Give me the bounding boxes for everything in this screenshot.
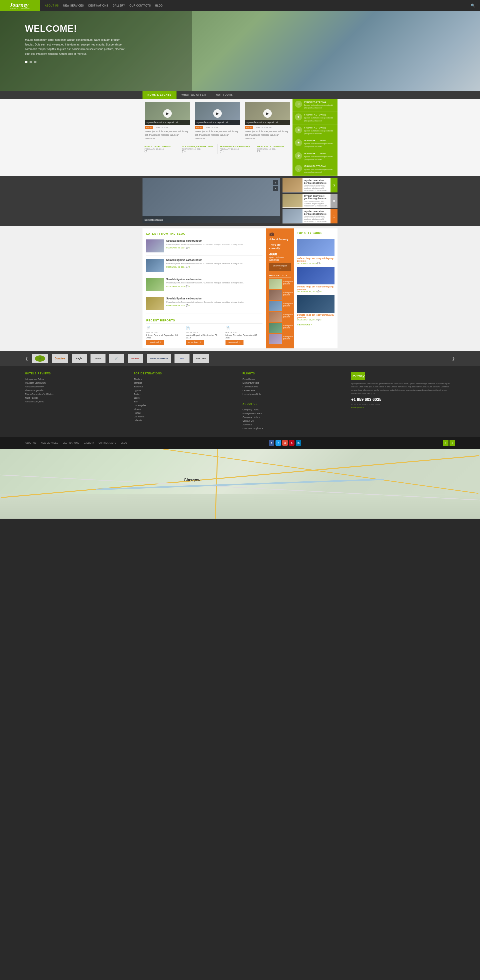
sidebar-green-item-6[interactable]: ☌ IPSUM FACTORIAL Epsum factorial non de…: [292, 163, 338, 176]
sidebar-green-item-1[interactable]: ⚐ IPSUM FACTORIAL Epsum factorial non de…: [292, 99, 338, 111]
footer-dest-link-8[interactable]: Los Angeles: [134, 404, 238, 407]
gallery-item-5[interactable]: Atinlayarqu provisio ★★★★★: [269, 323, 291, 332]
report-date-2: Nov 14, 2013: [186, 331, 223, 333]
destination-item-1[interactable]: Olypian quarrels et gorilla congolium si…: [282, 178, 338, 192]
footer-flight-link-5[interactable]: Lorem Ipsum Dolor: [242, 393, 346, 395]
download-button-2[interactable]: Download ⇓: [186, 340, 204, 345]
destination-main-image[interactable]: Destination feature + −: [142, 178, 280, 223]
footer-dest-link-5[interactable]: Turkey: [134, 393, 238, 395]
blog-post-title-3[interactable]: Souvlaki ignitus carborundum: [166, 278, 244, 281]
tab-what-we-offer[interactable]: WHAT WE OFFER: [177, 91, 211, 99]
gallery-item-1[interactable]: Atinlayarqu provisio ★★★★★: [269, 279, 291, 289]
blog-post-title-2[interactable]: Souvlaki ignitus carborundum: [166, 259, 244, 261]
footer-hotel-link-4[interactable]: Vivamus Eget Nibh: [25, 389, 129, 391]
footer-bottom-destinations[interactable]: DESTINATIONS: [63, 442, 79, 444]
city-guide-item-2[interactable]: Defacto lingo est ispay atinlayarqu prov…: [297, 267, 335, 293]
partners-next-arrow[interactable]: ❯: [452, 356, 455, 361]
facebook-icon[interactable]: f: [269, 440, 274, 445]
footer-flight-link-4[interactable]: Laoreet Ante: [242, 389, 346, 391]
city-guide-item-3[interactable]: Defacto lingo est ispay atinlayarqu prov…: [297, 295, 335, 321]
tab-hot-tours[interactable]: HOT TOURS: [211, 91, 238, 99]
gallery-item-3[interactable]: Atinlayarqu provisio ★★★★★: [269, 301, 291, 311]
sidebar-green-item-2[interactable]: ✈ IPSUM FACTORIAL Epsum factorial non de…: [292, 111, 338, 124]
footer-hotel-link-3[interactable]: Aenean Nonummy: [25, 385, 129, 388]
footer-about-link-1[interactable]: Company Profile: [242, 408, 346, 411]
bottom-link-2[interactable]: SOCIIS ATOQUE PENATIBUS... FEBRUARY 10, …: [180, 144, 217, 154]
footer-dest-link-6[interactable]: Zabre: [134, 397, 238, 399]
download-button-1[interactable]: Download ⇓: [146, 340, 164, 345]
footer-bottom-new-services[interactable]: NEW SERVICES: [41, 442, 58, 444]
partners-prev-arrow[interactable]: ❮: [25, 356, 28, 361]
nav-item-contacts[interactable]: OUR CONTACTS: [129, 4, 151, 7]
sidebar-green-item-5[interactable]: ⚙ IPSUM FACTORIAL Epsum factorial non de…: [292, 150, 338, 163]
nav-item-destinations[interactable]: DESTINATIONS: [88, 4, 108, 7]
footer-dest-link-7[interactable]: Bali: [134, 400, 238, 403]
pinterest-icon[interactable]: p: [289, 440, 295, 445]
bottom-link-1[interactable]: FUSCE USCIPIT VARIUS... FEBRUARY 10, 201…: [142, 144, 180, 154]
tab-news-events[interactable]: NEWS & EVENTS: [142, 91, 177, 99]
view-more-link[interactable]: VIEW MORE »: [297, 323, 335, 326]
play-button-2[interactable]: ▶: [213, 109, 222, 118]
footer-bottom-blog[interactable]: BLOG: [121, 442, 127, 444]
footer-hotel-link-6[interactable]: Nulla Facilisi: [25, 397, 129, 399]
dest-zoom-in[interactable]: +: [273, 180, 278, 185]
footer-about-link-5[interactable]: Advertise: [242, 423, 346, 426]
footer-about-link-2[interactable]: Management Team: [242, 412, 346, 415]
footer-dest-link-4[interactable]: Cyprus: [134, 389, 238, 391]
search-jobs-button[interactable]: Search all jobs →: [269, 263, 291, 271]
sidebar-green-item-3[interactable]: ☸ IPSUM FACTORIAL Epsum factorial non de…: [292, 124, 338, 137]
footer-dest-link-2[interactable]: Jamaica: [134, 382, 238, 384]
gallery-item-2[interactable]: Atinlayarqu provisio ★★★★★: [269, 290, 291, 300]
nav-item-blog[interactable]: BLOG: [155, 4, 163, 7]
footer-dest-link-10[interactable]: Hawaii: [134, 412, 238, 414]
footer-about-link-4[interactable]: Contact Us: [242, 420, 346, 422]
nav-item-gallery[interactable]: GALLERY: [113, 4, 125, 7]
video-thumb-2[interactable]: ▶ Epsum factorial non deposit quid...: [195, 102, 240, 125]
twitter-icon[interactable]: t: [276, 440, 281, 445]
linkedin-icon[interactable]: in: [296, 440, 301, 445]
blog-post-title-4[interactable]: Souvlaki ignitus carborundum: [166, 297, 244, 300]
footer-dest-link-1[interactable]: Thailand: [134, 378, 238, 380]
destination-item-2[interactable]: Olypian quarrels et gorilla congolium si…: [282, 194, 338, 208]
footer-dest-link-9[interactable]: Mexico: [134, 408, 238, 410]
footer-about-link-3[interactable]: Company History: [242, 416, 346, 418]
footer-dest-link-12[interactable]: Orlando: [134, 419, 238, 422]
footer-hotel-link-5[interactable]: Etiam Cursus Leo Vel Metus: [25, 393, 129, 395]
scroll-down-button[interactable]: ⇩: [450, 440, 455, 445]
video-thumb-3[interactable]: ▶ Epsum factorial non deposit quid...: [245, 102, 290, 125]
nav-item-about[interactable]: ABOUT US: [45, 4, 59, 7]
footer-dest-link-11[interactable]: Car Nicoar: [134, 415, 238, 418]
footer-bottom-about[interactable]: ABOUT US: [25, 442, 37, 444]
footer-hotel-link-2[interactable]: Praesent Vestibulum: [25, 382, 129, 384]
video-thumb-1[interactable]: ▶ Epsum factorial non deposit quid...: [145, 102, 190, 125]
gallery-item-4[interactable]: Atinlayarqu provisio ★★★★: [269, 312, 291, 322]
footer-privacy-link[interactable]: Privacy Policy: [351, 406, 364, 409]
footer-dest-link-3[interactable]: Bahamas: [134, 385, 238, 388]
city-guide-item-1[interactable]: Defacto lingo est ispay atinlayarqu prov…: [297, 239, 335, 264]
footer-flight-link-2[interactable]: Elementum Velit: [242, 382, 346, 384]
logo-area[interactable]: Journey TRAVEL GUIDE: [0, 0, 40, 11]
sidebar-green-item-4[interactable]: ☀ IPSUM FACTORIAL Epsum factorial non de…: [292, 137, 338, 150]
dest-zoom-out[interactable]: −: [273, 186, 278, 191]
bottom-link-4[interactable]: NASC IDICULUS MUSDUL... FEBRUARY 10, 201…: [255, 144, 292, 154]
googleplus-icon[interactable]: g: [282, 440, 288, 445]
play-button-1[interactable]: ▶: [163, 109, 172, 118]
footer-flight-link-1[interactable]: Proin Dictum: [242, 378, 346, 380]
download-button-3[interactable]: Download ⇓: [225, 340, 244, 345]
gallery-item-6[interactable]: Atinlayarqu provisio ★★★★★: [269, 334, 291, 344]
scroll-up-button[interactable]: ⇧: [443, 440, 448, 445]
footer-about-link-6[interactable]: Ethics & Compliance: [242, 427, 346, 430]
blog-jobs-section: LATEST FROM THE BLOG Souvlaki ignitus ca…: [0, 226, 480, 351]
nav-item-new-services[interactable]: NEW SERVICES: [63, 4, 84, 7]
destination-item-3[interactable]: Olypian quarrels et gorilla congolium si…: [282, 209, 338, 223]
footer-hotel-link-1[interactable]: Arteripaeum Prleta: [25, 378, 129, 380]
footer-bottom-contacts[interactable]: OUR CONTACTS: [99, 442, 116, 444]
footer-flight-link-3[interactable]: Fusce Euismod: [242, 385, 346, 388]
play-button-3[interactable]: ▶: [263, 109, 272, 118]
bottom-link-3[interactable]: PENATIBUS ET MAGNIS DIS... FEBRUARY 10, …: [218, 144, 255, 154]
footer-bottom-gallery[interactable]: GALLERY: [84, 442, 94, 444]
search-icon[interactable]: 🔍: [471, 3, 475, 8]
footer-hotel-link-7[interactable]: Aenean Sem, Eros: [25, 400, 129, 403]
report-item-3: 📄 Nov 14, 2013 Interim Report at Septemb…: [225, 326, 263, 345]
blog-post-title-1[interactable]: Souvlaki ignitus carborundum: [166, 239, 244, 242]
